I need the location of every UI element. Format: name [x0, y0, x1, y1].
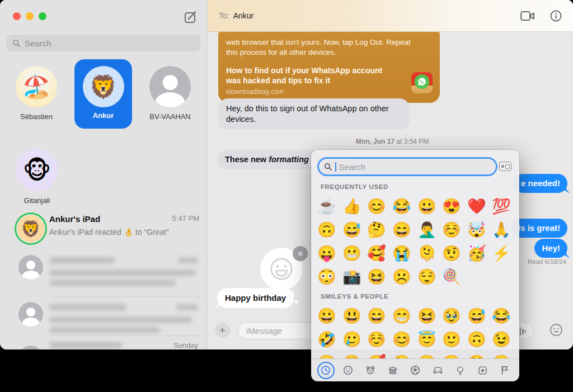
emoji[interactable]: 💯	[489, 195, 514, 218]
category-food-icon[interactable]	[386, 363, 401, 378]
pinned-contact-bv-vaahan[interactable]: BV-VAAHAN	[145, 66, 195, 121]
emoji[interactable]: 🥰	[364, 351, 389, 358]
emoji[interactable]: 😇	[414, 328, 439, 351]
emoji[interactable]: 🙃	[314, 218, 340, 242]
emoji[interactable]: ❤️	[464, 195, 490, 218]
emoji[interactable]: 😭	[389, 242, 415, 265]
link-preview-domain: idownloadblog.com	[226, 88, 432, 97]
category-travel-icon[interactable]	[430, 363, 445, 378]
message-bubble-pending[interactable]: Happy birthday	[217, 288, 294, 308]
emoji[interactable]: 😃	[340, 304, 365, 328]
emoji[interactable]: ☺️	[364, 328, 389, 351]
emoji-picker-button[interactable]	[549, 323, 563, 337]
emoji[interactable]: 🫠	[414, 242, 439, 265]
emoji[interactable]: 🙃	[464, 328, 490, 351]
emoji[interactable]: 😄	[364, 304, 389, 328]
category-symbols-icon[interactable]	[475, 363, 490, 378]
emoji[interactable]: ☹️	[389, 265, 415, 289]
close-window-button[interactable]	[13, 12, 21, 20]
emoji[interactable]: 😀	[414, 195, 439, 218]
message-bubble-sent[interactable]: e needed!	[514, 174, 567, 193]
emoji[interactable]: 😀	[314, 304, 340, 328]
conversation-time: 5:47 PM	[172, 214, 199, 224]
emoji[interactable]: ☺️	[439, 218, 464, 242]
emoji[interactable]: 😆	[414, 304, 439, 328]
conversation-ankurs-ipad[interactable]: 🦁 Ankur's iPad 5:47 PM Ankur's iPad reac…	[0, 212, 207, 247]
conversation-blurred-3[interactable]: Sunday	[0, 340, 207, 350]
emoji[interactable]: 😅	[464, 304, 490, 328]
emoji[interactable]: 🥲	[340, 328, 365, 351]
emoji[interactable]: 🙂	[439, 328, 464, 351]
pinned-contact-sebastien[interactable]: 🏖️ Sébastien	[11, 66, 62, 121]
emoji[interactable]: 🤣	[314, 328, 340, 351]
facetime-video-icon[interactable]	[520, 11, 536, 21]
conversation-time: Sunday	[173, 341, 198, 350]
category-recents-clock-icon[interactable]	[318, 363, 334, 378]
conversation-title: Ankur's iPad	[49, 214, 100, 224]
info-icon[interactable]	[550, 10, 562, 22]
conversation-blurred-1[interactable]	[0, 255, 207, 292]
emoji[interactable]: 😉	[489, 328, 514, 351]
message-bubble-sent[interactable]: Hey!	[534, 239, 567, 258]
emoji[interactable]: ☕	[314, 195, 340, 218]
emoji[interactable]: 😌	[314, 351, 340, 358]
category-objects-icon[interactable]	[453, 363, 468, 378]
emoji[interactable]: 😂	[389, 195, 415, 218]
emoji[interactable]: 😗	[414, 351, 439, 358]
emoji-search-placeholder: Search	[339, 162, 366, 172]
emoji[interactable]: 🤨	[439, 242, 464, 265]
pinned-contact-ankur-selected[interactable]: 🦁 Ankur	[74, 59, 132, 129]
zoom-window-button[interactable]	[39, 12, 46, 20]
emoji[interactable]: 🍭	[439, 265, 464, 289]
message-bubble-received[interactable]: Hey, do this to sign out of WhatsApp on …	[218, 98, 410, 130]
emoji[interactable]: 🥹	[439, 304, 464, 328]
emoji[interactable]: 😌	[414, 265, 439, 289]
search-input[interactable]: Search	[7, 35, 200, 51]
emoji[interactable]: 🥰	[364, 242, 389, 265]
message-text: e needed!	[521, 178, 560, 188]
emoji[interactable]: 😂	[489, 304, 514, 328]
emoji[interactable]: 😋	[489, 351, 514, 358]
pinned-contact-gitanjali[interactable]: 🐵 Gitanjali	[0, 149, 207, 205]
section-label-smileys-people: SMILEYS & PEOPLE	[321, 293, 388, 300]
emoji[interactable]: 🤔	[364, 218, 389, 242]
to-label: To:	[219, 11, 229, 20]
emoji[interactable]: 😊	[389, 328, 415, 351]
apps-plus-button[interactable]: +	[215, 323, 230, 338]
category-smileys-icon[interactable]	[341, 363, 356, 378]
emoji[interactable]: 😅	[340, 218, 365, 242]
message-bubble-sent[interactable]: is is great!	[511, 219, 567, 238]
minimize-window-button[interactable]	[26, 12, 34, 20]
emoji[interactable]: 😁	[389, 304, 415, 328]
conversation-blurred-2[interactable]	[0, 302, 207, 339]
emoji[interactable]: 🤦‍♂️	[414, 218, 439, 242]
emoji-search-input[interactable]: Search	[319, 159, 496, 174]
emoji[interactable]: 😙	[439, 351, 464, 358]
emoji[interactable]: 😚	[464, 351, 490, 358]
emoji[interactable]: 😆	[364, 265, 389, 289]
emoji[interactable]: 😘	[389, 351, 415, 358]
emoji[interactable]: 😛	[314, 242, 340, 265]
emoji[interactable]: 📸	[340, 265, 365, 289]
emoji[interactable]: 😍	[340, 351, 365, 358]
emoji[interactable]: 😳	[314, 265, 340, 289]
link-preview-bubble[interactable]: web browser that isn't yours. Now, tap L…	[218, 32, 440, 103]
emoji[interactable]: 😍	[439, 195, 464, 218]
smiley-outline-icon	[269, 256, 294, 282]
character-viewer-icon[interactable]	[499, 162, 511, 171]
conversation-preview: Ankur's iPad reacted 👌 to “Great”	[49, 228, 199, 237]
avatar: 🏖️	[16, 66, 57, 107]
emoji[interactable]: 👍	[340, 195, 365, 218]
emoji[interactable]: 😊	[364, 195, 389, 218]
emoji[interactable]: 🤯	[464, 218, 490, 242]
emoji[interactable]: 🥳	[464, 242, 490, 265]
emoji[interactable]: 😬	[340, 242, 365, 265]
emoji[interactable]: ⚡	[489, 242, 514, 265]
category-flags-icon[interactable]	[497, 363, 513, 378]
emoji[interactable]: 🙏	[489, 218, 514, 242]
emoji[interactable]: 😄	[389, 218, 415, 242]
category-activity-icon[interactable]	[408, 363, 423, 378]
category-animals-icon[interactable]	[363, 363, 378, 378]
compose-icon[interactable]	[184, 10, 198, 25]
close-icon[interactable]: ✕	[293, 246, 308, 261]
